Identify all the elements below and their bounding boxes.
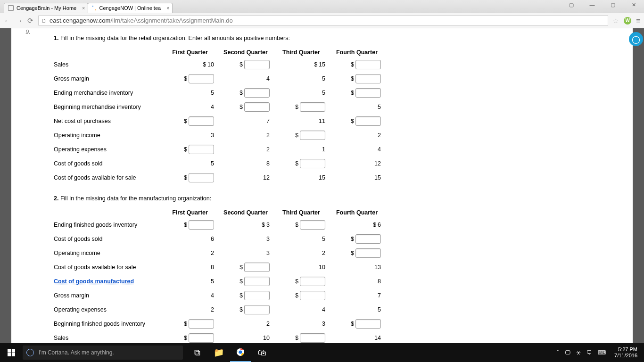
browser-titlebar: CengageBrain - My Home × CengageNOW | On… xyxy=(0,0,644,13)
extension-icon[interactable]: W xyxy=(624,17,631,25)
forward-button[interactable]: → xyxy=(16,16,23,25)
tab-title: CengageBrain - My Home xyxy=(17,5,76,11)
site-icon: 🗋 xyxy=(41,18,47,24)
maximize-button[interactable]: ▢ xyxy=(603,0,623,9)
close-button[interactable]: ✕ xyxy=(623,0,644,9)
close-icon[interactable]: × xyxy=(166,6,169,11)
back-button[interactable]: ← xyxy=(4,16,11,25)
url-text: east.cengagenow.com/ilrn/takeAssignment/… xyxy=(50,17,233,24)
browser-tab[interactable]: CengageNOW | Online tea × xyxy=(88,3,173,13)
close-icon[interactable]: × xyxy=(82,6,85,11)
bookmark-icon[interactable]: ☆ xyxy=(613,17,619,25)
tab-title: CengageNOW | Online tea xyxy=(99,5,161,11)
minimize-button[interactable]: — xyxy=(582,0,603,9)
page-icon xyxy=(8,5,14,11)
user-icon[interactable]: ▢ xyxy=(561,0,582,9)
address-bar[interactable]: 🗋 east.cengagenow.com/ilrn/takeAssignmen… xyxy=(38,15,608,26)
browser-toolbar: ← → ⟳ 🗋 east.cengagenow.com/ilrn/takeAss… xyxy=(0,13,644,28)
browser-tab[interactable]: CengageBrain - My Home × xyxy=(4,3,88,13)
menu-button[interactable]: ≡ xyxy=(636,16,640,25)
reload-button[interactable]: ⟳ xyxy=(27,16,33,25)
page-icon xyxy=(92,5,96,11)
